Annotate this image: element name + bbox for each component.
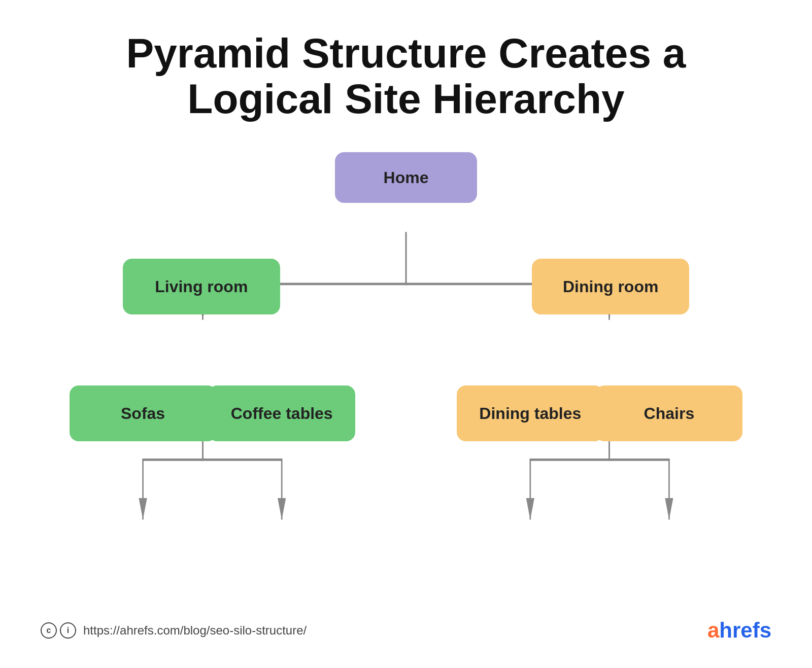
footer-left: c i https://ahrefs.com/blog/seo-silo-str… <box>41 622 307 639</box>
main-container: Pyramid Structure Creates a Logical Site… <box>0 0 812 668</box>
ahrefs-logo: ahrefs <box>707 618 771 643</box>
node-coffee-tables-label: Coffee tables <box>231 404 333 423</box>
node-sofas: Sofas <box>70 385 217 441</box>
info-icon: i <box>60 622 76 639</box>
node-chairs-label: Chairs <box>644 404 695 423</box>
footer: c i https://ahrefs.com/blog/seo-silo-str… <box>41 618 771 643</box>
ahrefs-logo-a: a <box>707 618 719 642</box>
ahrefs-logo-rest: hrefs <box>719 618 771 642</box>
node-chairs: Chairs <box>595 385 742 441</box>
footer-icons: c i <box>41 622 76 639</box>
node-dining-tables-label: Dining tables <box>479 404 581 423</box>
diagram: Home Living room Dining room Sofas Coffe… <box>41 152 771 648</box>
node-dining-tables: Dining tables <box>457 385 604 441</box>
node-living-room-label: Living room <box>155 277 248 296</box>
node-home: Home <box>335 152 477 203</box>
node-dining-room: Dining room <box>532 259 689 314</box>
node-dining-room-label: Dining room <box>563 277 658 296</box>
node-home-label: Home <box>384 168 429 187</box>
node-coffee-tables: Coffee tables <box>208 385 355 441</box>
page-title: Pyramid Structure Creates a Logical Site… <box>101 30 710 122</box>
footer-url: https://ahrefs.com/blog/seo-silo-structu… <box>83 623 307 638</box>
cc-icon: c <box>41 622 57 639</box>
node-sofas-label: Sofas <box>121 404 165 423</box>
node-living-room: Living room <box>123 259 280 314</box>
